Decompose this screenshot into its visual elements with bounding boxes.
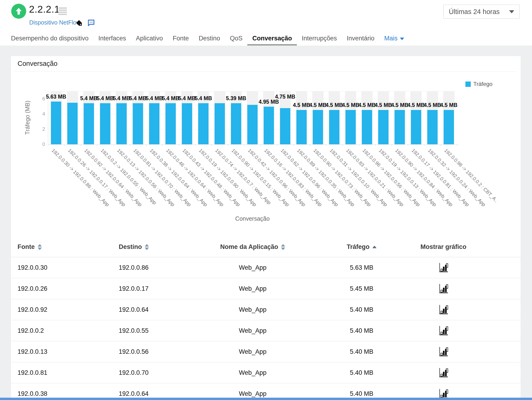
- time-range-value: Últimas 24 horas: [449, 8, 509, 16]
- bottom-scroll-strip[interactable]: [0, 398, 532, 400]
- tab-label: Aplicativo: [136, 35, 163, 42]
- top-header: 2.2.2.1 Dispositivo NetFlow Últimas 24 h…: [0, 0, 532, 46]
- chevron-down-icon: [509, 10, 514, 13]
- x-tick-mark: [342, 144, 343, 146]
- cell-mostrar-grafico: [394, 278, 493, 299]
- cell-aplicacao: Web_App: [204, 257, 301, 278]
- cell-fonte: 192.0.0.30: [18, 257, 116, 278]
- tab-aplicativo[interactable]: Aplicativo: [131, 31, 168, 46]
- show-graph-icon[interactable]: [438, 346, 448, 357]
- traffic-bar[interactable]: [231, 103, 241, 144]
- x-category-label: 192.0.0.46 -> 192.0.0.64 : Web_App: [165, 148, 225, 208]
- cell-destino: 192.0.0.86: [119, 257, 203, 278]
- show-graph-icon[interactable]: [438, 368, 448, 378]
- column-header-fonte[interactable]: Fonte: [18, 243, 116, 251]
- traffic-bar[interactable]: [313, 110, 323, 144]
- x-tick-mark: [212, 144, 212, 146]
- column-header-destino[interactable]: Destino: [119, 243, 203, 251]
- traffic-bar[interactable]: [247, 105, 258, 144]
- traffic-bar[interactable]: [182, 103, 192, 144]
- traffic-bar[interactable]: [280, 108, 290, 144]
- tab-mais[interactable]: Mais: [379, 31, 409, 46]
- tab-desempenho-do-dispositivo[interactable]: Desempenho do dispositivo: [6, 31, 94, 46]
- tab-qos[interactable]: QoS: [225, 31, 247, 46]
- cell-fonte: 192.0.0.13: [18, 341, 116, 362]
- traffic-bar[interactable]: [100, 103, 110, 144]
- bar-value-label: 4.5 MB: [407, 102, 425, 108]
- x-category-label: 192.0.0.19 -> 192.0.0.13 : Web_App: [378, 148, 438, 208]
- tab-inventário[interactable]: Inventário: [342, 31, 379, 46]
- device-type-link[interactable]: Dispositivo NetFlow: [29, 19, 81, 26]
- traffic-bar[interactable]: [116, 103, 127, 144]
- show-graph-icon[interactable]: [438, 263, 448, 273]
- tab-label: Interfaces: [98, 35, 126, 42]
- bar-value-label: 5.4 MB: [195, 95, 212, 102]
- traffic-bar[interactable]: [296, 110, 307, 144]
- traffic-bar[interactable]: [411, 110, 421, 144]
- traffic-bar[interactable]: [149, 103, 159, 144]
- x-category-label: 192.0.0.26 -> 192.0.0.17 : Web_App: [67, 148, 127, 208]
- traffic-bar[interactable]: [395, 110, 405, 144]
- column-header-label: Tráfego: [347, 243, 370, 251]
- x-tick-mark: [375, 144, 375, 146]
- tab-destino[interactable]: Destino: [194, 31, 225, 46]
- cell-mostrar-grafico: [394, 299, 493, 320]
- table-row: 192.0.0.30192.0.0.86Web_App5.63 MB: [11, 257, 520, 278]
- traffic-bar[interactable]: [378, 110, 388, 144]
- sort-both-icon[interactable]: [281, 244, 285, 250]
- y-tick-label: 6: [33, 96, 45, 102]
- traffic-bar[interactable]: [51, 102, 61, 144]
- show-graph-icon[interactable]: [438, 388, 448, 399]
- traffic-bar[interactable]: [84, 103, 94, 144]
- bar-value-label: 5.63 MB: [46, 94, 66, 100]
- cell-aplicacao: Web_App: [204, 278, 301, 299]
- traffic-bar[interactable]: [329, 110, 339, 144]
- y-tick-label: 4: [33, 111, 45, 117]
- traffic-bar[interactable]: [264, 107, 274, 144]
- column-header-nome-da-aplicação[interactable]: Nome da Aplicação: [204, 243, 301, 251]
- traffic-bar[interactable]: [198, 103, 209, 144]
- bar-value-label: 5.4 MB: [146, 95, 163, 102]
- x-category-label: 192.0.0.90 -> 192.0.0.73 : Web_App: [312, 148, 372, 208]
- x-category-label: 192.0.0.30 -> 192.0.0.86 : Web_App: [51, 148, 111, 208]
- bar-value-label: 5.4 MB: [178, 95, 196, 102]
- hamburger-menu-icon[interactable]: [58, 7, 67, 15]
- tab-conversação[interactable]: Conversação: [247, 31, 297, 46]
- column-header-mostrar-gráfico[interactable]: Mostrar gráfico: [394, 243, 493, 251]
- x-category-label: 192.0.0.43 -> 192.0.0.48 : Web_App: [181, 148, 241, 208]
- x-axis-line: [48, 144, 458, 145]
- show-graph-icon[interactable]: [438, 283, 448, 294]
- traffic-bar[interactable]: [67, 103, 78, 144]
- x-tick-mark: [359, 144, 359, 146]
- sort-asc-icon[interactable]: [372, 246, 377, 248]
- traffic-bar[interactable]: [427, 110, 437, 144]
- traffic-bar[interactable]: [133, 103, 143, 144]
- time-range-dropdown[interactable]: Últimas 24 horas: [443, 5, 519, 19]
- y-tick-label: 0: [33, 141, 45, 147]
- x-category-label: 192.0.0.62 -> 192.0.0.96 : Web_App: [279, 148, 340, 208]
- legend-item-trafego[interactable]: Tráfego: [465, 81, 493, 87]
- tab-interfaces[interactable]: Interfaces: [94, 31, 131, 46]
- show-graph-icon[interactable]: [438, 304, 448, 315]
- x-tick-mark: [146, 144, 146, 146]
- tag-icon[interactable]: [75, 19, 83, 28]
- tab-fonte[interactable]: Fonte: [168, 31, 194, 46]
- show-graph-icon[interactable]: [438, 326, 448, 336]
- comment-bubble-icon[interactable]: [87, 19, 95, 28]
- traffic-bar[interactable]: [444, 110, 454, 144]
- tab-label: Desempenho do dispositivo: [11, 35, 89, 42]
- traffic-bar[interactable]: [345, 110, 356, 144]
- x-axis-title: Conversação: [48, 215, 457, 222]
- x-tick-mark: [261, 144, 261, 146]
- x-tick-mark: [457, 144, 457, 146]
- sort-both-icon[interactable]: [145, 244, 149, 250]
- tab-interrupções[interactable]: Interrupções: [297, 31, 342, 46]
- traffic-bar[interactable]: [165, 103, 176, 144]
- bar-value-label: 4.5 MB: [424, 102, 441, 108]
- x-tick-mark: [64, 144, 64, 146]
- sort-both-icon[interactable]: [38, 244, 42, 250]
- traffic-bar[interactable]: [362, 110, 372, 144]
- traffic-bar[interactable]: [215, 103, 225, 144]
- x-category-label: 192.0.0.89 -> 192.0.0.35 : Web_App: [296, 148, 356, 208]
- x-tick-mark: [441, 144, 441, 146]
